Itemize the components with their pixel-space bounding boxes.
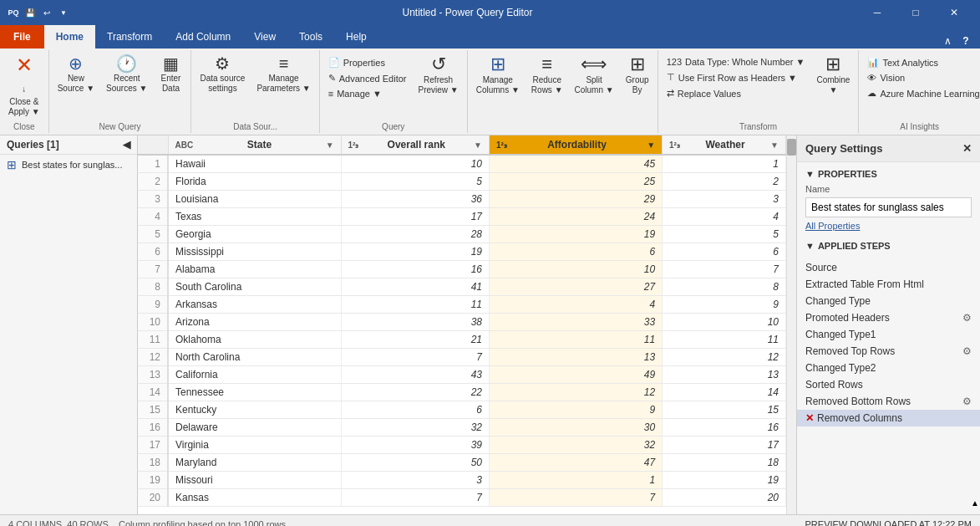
step-removed-bottom-rows[interactable]: Removed Bottom Rows ⚙	[797, 393, 980, 410]
col-filter-state[interactable]: ▼	[326, 140, 334, 150]
refresh-preview-button[interactable]: ↺ RefreshPreview ▼	[413, 52, 463, 99]
properties-button[interactable]: 📄 Properties	[323, 55, 412, 69]
title-bar-icons: PQ 💾 ↩ ▼	[7, 6, 70, 19]
manage-parameters-button[interactable]: ≡ ManageParameters ▼	[251, 52, 315, 97]
tab-add-column[interactable]: Add Column	[164, 25, 242, 49]
data-grid[interactable]: ABC State ▼ 1²₃ Overall rank ▼	[138, 135, 786, 514]
vertical-scrollbar[interactable]: ▲	[786, 135, 796, 514]
query-item-icon: ⊞	[7, 158, 17, 171]
properties-label: Properties	[343, 58, 385, 68]
weather-cell: 13	[663, 366, 786, 384]
table-row[interactable]: 1 Hawaii 10 45 1	[138, 155, 786, 173]
col-filter-overall[interactable]: ▼	[474, 140, 482, 150]
tab-transform[interactable]: Transform	[95, 25, 164, 49]
step-label-removed-columns: Removed Columns	[817, 412, 902, 424]
table-row[interactable]: 17 Virginia 39 32 17	[138, 437, 786, 454]
dropdown-icon[interactable]: ▼	[57, 6, 70, 19]
table-row[interactable]: 2 Florida 5 25 2	[138, 173, 786, 191]
azure-ml-button[interactable]: ☁ Azure Machine Learning	[862, 86, 980, 100]
step-removed-top-rows[interactable]: Removed Top Rows ⚙	[797, 343, 980, 360]
manage-parameters-label: ManageParameters ▼	[256, 74, 310, 94]
combine-button[interactable]: ⊞ Combine▼	[811, 52, 855, 99]
table-row[interactable]: 18 Maryland 50 47 18	[138, 454, 786, 472]
table-row[interactable]: 4 Texas 17 24 4	[138, 208, 786, 226]
split-column-button[interactable]: ⟺ SplitColumn ▼	[570, 52, 619, 99]
all-properties-link[interactable]: All Properties	[805, 221, 972, 231]
overall-rank-cell: 21	[341, 331, 489, 349]
table-row[interactable]: 9 Arkansas 11 4 9	[138, 296, 786, 314]
table-row[interactable]: 6 Mississippi 19 6 6	[138, 243, 786, 261]
table-row[interactable]: 7 Alabama 16 10 7	[138, 261, 786, 278]
table-row[interactable]: 12 North Carolina 7 13 12	[138, 349, 786, 366]
query-name-input[interactable]	[805, 197, 972, 217]
help-icon[interactable]: ?	[958, 33, 973, 49]
step-source[interactable]: Source	[797, 259, 980, 276]
replace-values-button[interactable]: ⇄ Replace Values	[662, 86, 810, 100]
settings-close-icon[interactable]: ✕	[962, 142, 972, 155]
overall-rank-cell: 43	[341, 366, 489, 384]
row-num-cell: 11	[138, 331, 168, 349]
collapse-ribbon-icon[interactable]: ∧	[944, 35, 952, 47]
tab-tools[interactable]: Tools	[287, 25, 334, 49]
col-filter-weather[interactable]: ▼	[770, 140, 779, 150]
overall-rank-cell: 32	[341, 419, 489, 437]
text-analytics-button[interactable]: 📊 Text Analytics	[862, 55, 980, 69]
step-extracted-table[interactable]: Extracted Table From Html	[797, 276, 980, 293]
step-changed-type[interactable]: Changed Type	[797, 293, 980, 309]
step-label-removed-bottom-rows: Removed Bottom Rows	[805, 396, 911, 407]
step-gear-icon[interactable]: ⚙	[962, 345, 972, 357]
step-changed-type2[interactable]: Changed Type2	[797, 360, 980, 376]
step-removed-columns[interactable]: ✕Removed Columns	[797, 410, 980, 426]
close-apply-button[interactable]: ✕↓ Close &Apply ▼	[3, 52, 45, 120]
table-row[interactable]: 19 Missouri 3 1 19	[138, 472, 786, 489]
properties-section: ▼ PROPERTIES Name All Properties	[797, 162, 980, 237]
overall-rank-cell: 3	[341, 472, 489, 489]
enter-data-button[interactable]: ▦ EnterData	[154, 52, 187, 97]
table-row[interactable]: 5 Georgia 28 19 5	[138, 226, 786, 243]
query-item-best-states[interactable]: ⊞ Best states for sunglas...	[0, 155, 137, 175]
step-promoted-headers[interactable]: Promoted Headers ⚙	[797, 309, 980, 326]
table-row[interactable]: 16 Delaware 32 30 16	[138, 419, 786, 437]
table-row[interactable]: 14 Tennessee 22 12 14	[138, 384, 786, 401]
table-row[interactable]: 11 Oklahoma 21 11 11	[138, 331, 786, 349]
scroll-up-button[interactable]: ▲	[971, 498, 979, 508]
manage-columns-button[interactable]: ⊞ ManageColumns ▼	[471, 52, 525, 99]
step-sorted-rows[interactable]: Sorted Rows	[797, 376, 980, 393]
data-source-settings-button[interactable]: ⚙ Data sourcesettings	[195, 52, 250, 97]
state-cell: Arkansas	[168, 296, 341, 314]
data-type-button[interactable]: 123 Data Type: Whole Number ▼	[662, 55, 810, 69]
recent-sources-button[interactable]: 🕐 RecentSources ▼	[101, 52, 152, 97]
close-window-button[interactable]: ✕	[935, 0, 973, 25]
reduce-rows-button[interactable]: ≡ ReduceRows ▼	[526, 52, 568, 99]
table-row[interactable]: 8 South Carolina 41 27 8	[138, 278, 786, 296]
col-filter-affordability[interactable]: ▼	[647, 140, 655, 150]
main-layout: Queries [1] ◀ ⊞ Best states for sunglas.…	[0, 135, 980, 514]
vision-button[interactable]: 👁 Vision	[862, 71, 980, 84]
table-row[interactable]: 20 Kansas 7 7 20	[138, 489, 786, 507]
table-row[interactable]: 3 Louisiana 36 29 3	[138, 191, 786, 208]
status-columns-rows: 4 COLUMNS, 40 ROWS Column profiling base…	[8, 519, 286, 527]
tab-view[interactable]: View	[242, 25, 287, 49]
text-analytics-label: Text Analytics	[882, 58, 938, 68]
queries-collapse-icon[interactable]: ◀	[123, 139, 130, 151]
undo-icon[interactable]: ↩	[40, 6, 53, 19]
manage-button[interactable]: ≡ Manage ▼	[323, 87, 412, 100]
data-source-settings-icon: ⚙	[215, 55, 230, 72]
table-row[interactable]: 10 Arizona 38 33 10	[138, 314, 786, 331]
tab-help[interactable]: Help	[334, 25, 378, 49]
step-changed-type1[interactable]: Changed Type1	[797, 326, 980, 343]
maximize-button[interactable]: □	[896, 0, 935, 25]
step-gear-icon[interactable]: ⚙	[962, 312, 972, 324]
col-type-weather: 1²₃	[669, 140, 680, 150]
table-row[interactable]: 13 California 43 49 13	[138, 366, 786, 384]
tab-file[interactable]: File	[0, 25, 44, 49]
group-by-button[interactable]: ⊞ GroupBy	[621, 52, 654, 99]
tab-home[interactable]: Home	[44, 25, 95, 49]
new-source-button[interactable]: ⊕ NewSource ▼	[53, 52, 99, 97]
table-row[interactable]: 15 Kentucky 6 9 15	[138, 401, 786, 419]
advanced-editor-button[interactable]: ✎ Advanced Editor	[323, 71, 412, 85]
step-gear-icon[interactable]: ⚙	[962, 396, 972, 407]
use-first-row-button[interactable]: ⊤ Use First Row as Headers ▼	[662, 70, 810, 84]
save-icon[interactable]: 💾	[23, 6, 37, 19]
minimize-button[interactable]: ─	[858, 0, 896, 25]
